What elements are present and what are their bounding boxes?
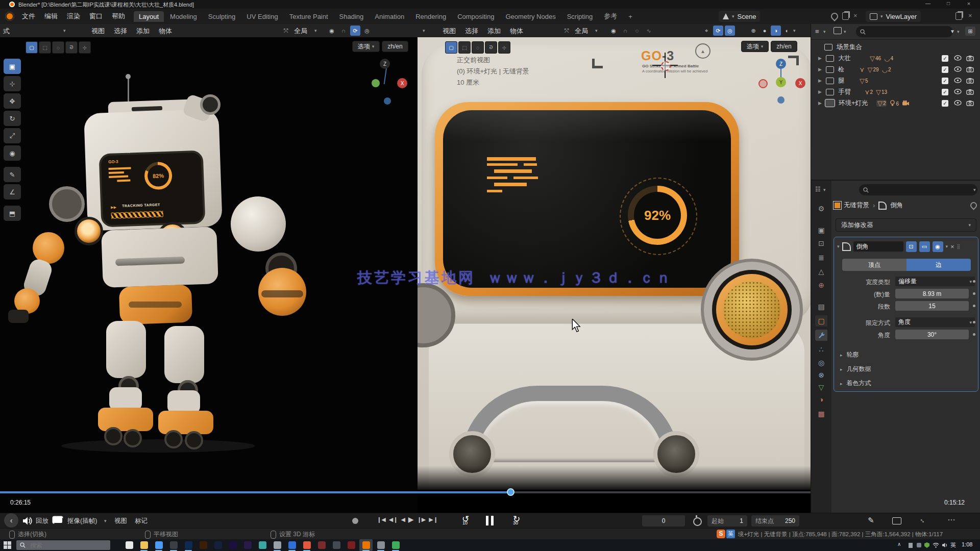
tweak-tool-icon[interactable]: ▢ xyxy=(445,41,457,54)
lasso-select-tool-icon[interactable]: ᘒ xyxy=(65,41,78,54)
gizmo-z-neg[interactable] xyxy=(777,96,785,104)
tab-modeling[interactable]: Modeling xyxy=(165,11,202,22)
outliner-search-input[interactable] xyxy=(869,28,932,36)
select-menu[interactable]: 选择 xyxy=(109,27,132,36)
add-menu[interactable]: 添加 xyxy=(132,27,154,36)
outliner-search[interactable] xyxy=(856,26,953,37)
taskbar-app-blue-app[interactable] xyxy=(285,539,299,551)
viewlayer-selector[interactable]: ▾ ViewLayer xyxy=(866,11,921,22)
properties-pin-icon[interactable] xyxy=(969,201,978,210)
expand-icon[interactable]: ▶ xyxy=(818,101,822,106)
overlays-toggle-icon[interactable]: ◎ xyxy=(362,26,372,36)
tray-pin-icon[interactable] xyxy=(909,543,913,548)
section-geometry[interactable]: ▸几何数据 xyxy=(840,365,871,373)
menu-file[interactable]: 文件 xyxy=(17,12,40,21)
exclude-checkbox[interactable]: ✓ xyxy=(942,89,948,95)
box-select-tool-icon[interactable]: ⬚ xyxy=(39,41,51,54)
tab-texture-paint[interactable]: Texture Paint xyxy=(284,11,333,22)
record-button[interactable] xyxy=(352,518,358,524)
view-menu[interactable]: 视图 xyxy=(114,517,127,525)
frame-end-field[interactable]: 结束点 250 xyxy=(751,515,799,527)
object-menu[interactable]: 物体 xyxy=(154,27,177,36)
menu-help[interactable]: 帮助 xyxy=(107,12,130,21)
mode-dropdown[interactable]: 式 xyxy=(3,27,10,36)
shading-rendered-icon[interactable]: ◐ xyxy=(782,26,792,36)
tab-world-icon[interactable]: ⊕ xyxy=(815,280,827,291)
snap-magnet-icon[interactable]: ∩ xyxy=(338,26,349,36)
gizmo-x-axis[interactable]: X xyxy=(795,78,805,88)
options-dropdown[interactable]: 选项▾ xyxy=(352,41,380,52)
exclude-checkbox[interactable]: ✓ xyxy=(942,78,948,84)
measure-tool[interactable]: ∠ xyxy=(4,184,21,199)
next-keyframe-button[interactable]: ❙▶ xyxy=(417,516,426,523)
outliner-row-environment[interactable]: ▶ 环境+灯光 ▽2 6 ✓ xyxy=(811,97,980,109)
video-progress-bar[interactable] xyxy=(0,491,811,493)
menu-render[interactable]: 渲染 xyxy=(62,12,85,21)
taskbar-app-media-player[interactable] xyxy=(167,539,180,551)
add-modifier-dropdown[interactable]: 添加修改器▾ xyxy=(836,218,976,232)
scale-tool[interactable]: ⤢ xyxy=(4,128,21,143)
add-workspace-button[interactable]: + xyxy=(623,11,638,22)
tab-constraints-icon[interactable]: ⊗ xyxy=(815,369,827,381)
render-camera-icon[interactable] xyxy=(966,55,974,61)
tweak-tool-icon[interactable]: ▢ xyxy=(26,41,38,54)
scene-copy-icon[interactable] xyxy=(842,12,849,20)
gizmo-y-axis[interactable]: Y xyxy=(776,77,786,87)
pivot-icon[interactable]: ◉ xyxy=(608,26,619,36)
gizmo-z-neg[interactable] xyxy=(384,97,391,105)
taskbar-app-audition[interactable] xyxy=(211,539,225,551)
outliner-row-leg[interactable]: ▶ 腿 ▽5 ✓ xyxy=(811,75,980,86)
tab-particles-icon[interactable]: ∴ xyxy=(815,344,827,355)
select-menu[interactable]: 选择 xyxy=(460,27,483,36)
segments-field[interactable]: 15 xyxy=(895,301,969,311)
lasso-select-tool-icon[interactable]: ᘒ xyxy=(485,41,497,54)
orientation-dropdown[interactable]: 全局 xyxy=(575,27,588,36)
menu-edit[interactable]: 编辑 xyxy=(40,12,62,21)
circle-select-tool-icon[interactable]: ◌ xyxy=(52,41,64,54)
add-menu[interactable]: 添加 xyxy=(483,27,505,36)
render-display-toggle[interactable]: ◉ xyxy=(933,241,943,252)
proportional-edit-icon[interactable]: ◌ xyxy=(632,26,642,36)
outliner-row-dazhuang[interactable]: ▶ 大壮 ▽46 ◡4 ✓ xyxy=(811,53,980,64)
move-tool[interactable]: ✥ xyxy=(4,93,21,109)
hide-eye-icon[interactable] xyxy=(954,89,962,94)
collapse-chevron-icon[interactable]: ▾ xyxy=(837,244,840,249)
taskbar-app-premiere[interactable] xyxy=(226,539,239,551)
playback-menu[interactable]: 回放 xyxy=(36,517,48,525)
volume-icon[interactable] xyxy=(22,516,33,525)
view-menu[interactable]: 视图 xyxy=(438,27,460,36)
cursor-tool[interactable]: ⊹ xyxy=(4,76,21,91)
gizmo-toggle-icon[interactable]: ⟳ xyxy=(713,26,723,36)
gizmo-z-axis[interactable]: Z xyxy=(380,59,390,69)
render-camera-icon[interactable] xyxy=(966,66,974,72)
tab-scene-icon[interactable]: △ xyxy=(815,266,827,277)
tab-reference[interactable]: 参考 xyxy=(599,10,622,22)
taskbar-app-explorer[interactable] xyxy=(137,539,151,551)
tab-object-icon[interactable]: ▢ xyxy=(815,315,827,327)
tray-wifi-icon[interactable] xyxy=(933,542,939,548)
exclude-checkbox[interactable]: ✓ xyxy=(942,66,948,73)
section-shading[interactable]: ▸着色方式 xyxy=(840,379,871,388)
animate-dot[interactable] xyxy=(973,333,975,336)
tab-physics-icon[interactable]: ◎ xyxy=(815,357,827,368)
tray-volume-icon[interactable] xyxy=(942,542,948,548)
taskbar-app-green-app[interactable] xyxy=(389,539,402,551)
expand-icon[interactable]: ▶ xyxy=(818,56,822,61)
blender-menu-icon[interactable] xyxy=(5,12,14,21)
tray-clock[interactable]: 1:08 xyxy=(962,541,972,547)
edit-mode-display-toggle[interactable]: ⊡ xyxy=(906,241,917,252)
gizmo-x-neg[interactable] xyxy=(758,79,768,88)
breadcrumb-object[interactable]: 无缝背景 xyxy=(844,201,869,210)
more-icon[interactable]: … xyxy=(947,513,957,522)
options-dropdown[interactable]: 选项▾ xyxy=(741,41,769,52)
taskbar-app-obs[interactable] xyxy=(271,539,284,551)
maximize-button[interactable]: □ xyxy=(938,1,959,6)
filter-funnel-icon[interactable]: ▼ xyxy=(950,29,955,34)
shrink-icon[interactable]: ↔ xyxy=(918,515,928,525)
pivot-icon[interactable]: ◉ xyxy=(327,26,337,36)
falloff-icon[interactable]: ∿ xyxy=(644,26,654,36)
taskbar-app-media-encoder[interactable] xyxy=(241,539,254,551)
player-forward-button[interactable]: ↻30 xyxy=(509,514,524,528)
lang-toggle[interactable]: zh/en xyxy=(382,41,408,52)
taskbar-app-chrome[interactable] xyxy=(152,539,165,551)
